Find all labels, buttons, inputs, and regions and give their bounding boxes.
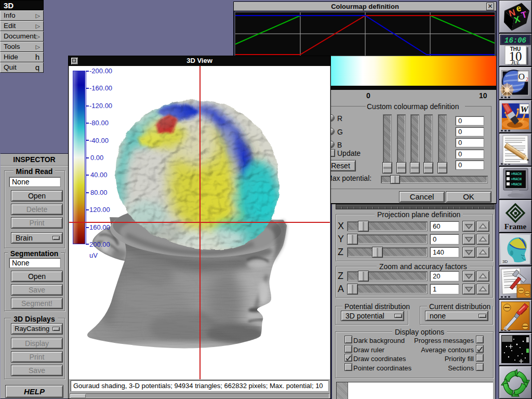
- svg-text:JUL: JUL: [511, 60, 520, 65]
- svg-text:>MACH: >MACH: [511, 182, 522, 187]
- svg-text:W: W: [520, 104, 529, 114]
- svg-text:Frame: Frame: [504, 222, 527, 231]
- svg-text:>MACH: >MACH: [511, 177, 522, 181]
- svg-text:16:06: 16:06: [504, 36, 527, 45]
- svg-text:3D: 3D: [502, 259, 508, 264]
- svg-text:>MACH: >MACH: [511, 172, 522, 176]
- svg-text:O: O: [518, 72, 525, 82]
- svg-text:2: 2: [526, 76, 528, 82]
